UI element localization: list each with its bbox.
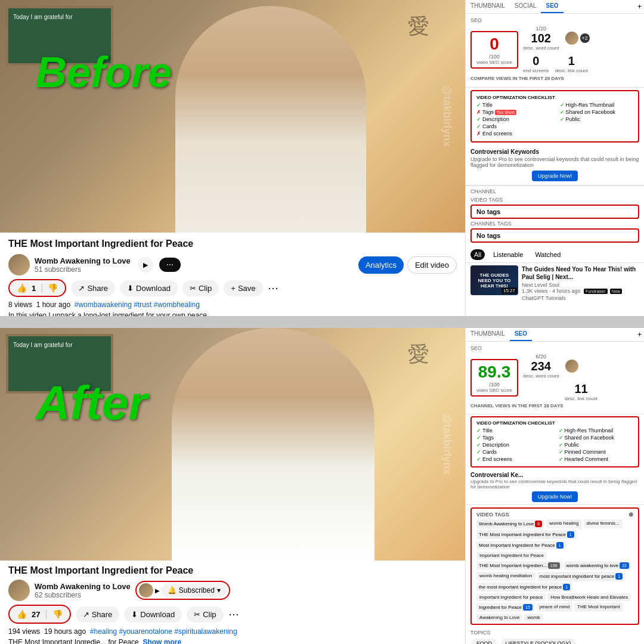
tag-the-most-imp2: THE Most Important (574, 603, 623, 612)
watermark-top: @takbirlynx (441, 86, 453, 147)
tab-seo[interactable]: SEO (541, 0, 563, 13)
stat-desc-words-bottom: 6/20 234 desc. word count (523, 354, 559, 379)
seo-score-suffix: /100 (476, 54, 512, 60)
tab-thumbnail[interactable]: THUMBNAIL (466, 0, 510, 13)
avatar-icon-bottom (139, 583, 153, 597)
thumbs-up-icon-bottom[interactable]: 👍 (17, 609, 27, 619)
video-tags-box-top: No tags (470, 205, 639, 219)
checklist-item-hires-b: ✓ High-Res Thumbnail (559, 428, 634, 434)
save-button-top[interactable]: + Save (224, 280, 262, 296)
seo-section-bottom: SEO 89.3 /100 video SEO score 6/20 234 d… (466, 342, 644, 414)
share-button-top[interactable]: ↗ Share (71, 280, 115, 296)
download-button-bottom[interactable]: ⬇ Download (124, 606, 182, 623)
after-text-overlay: After (36, 376, 147, 431)
subscribed-button-bottom[interactable]: 🔔 Subscribed ▾ (162, 583, 227, 597)
seo-score-number-bottom: 89.3 (476, 363, 512, 382)
tag-imp-ingr-peace2: important ingredient for peace (476, 593, 546, 601)
share-button-bottom[interactable]: ↗ Share (76, 606, 120, 623)
compare-label-top: COMPARE VIEWS IN THE FIRST 28 DAYS (470, 76, 639, 81)
seo-score-number-top: 0 (476, 35, 512, 54)
stat-desc-words-top: 1/20 102 desc. word count (523, 26, 559, 51)
show-more-bottom[interactable]: Show more (143, 638, 181, 644)
checklist-item-public-b: ✓ Public (559, 442, 634, 448)
like-group-top[interactable]: 👍 1 | 👎 (8, 279, 66, 297)
video-tags-label-top: VIDEO TAGS (470, 197, 639, 203)
action-bar-bottom: 👍 27 | 👎 ↗ Share ⬇ Download ✂ Clip ⋯ (8, 605, 457, 624)
rec-tab-all-top[interactable]: All (470, 249, 485, 260)
controversial-title-top: Controversial Keywords (470, 148, 639, 155)
thumbs-down-icon-bottom[interactable]: 👎 (52, 609, 63, 619)
video-tags-value-top: No tags (476, 208, 633, 215)
video-info-bottom: THE Most Important Ingredient for Peace … (0, 561, 465, 644)
checklist-col2-bottom: ✓ High-Res Thumbnail ✓ Shared on Faceboo… (559, 428, 634, 463)
thumbs-up-icon-top[interactable]: 👍 (17, 283, 27, 293)
divider-bottom: | (45, 609, 47, 620)
tag-womb-awakening: Womb Awakening to Love 8 (476, 519, 544, 528)
wall-art: 愛 (408, 12, 429, 41)
stat-end-screens-top: 0 end screens (523, 54, 549, 73)
tab-thumbnail-bottom[interactable]: THUMBNAIL (466, 328, 510, 341)
checklist-row-bottom: ✓ Title ✓ Tags ✓ Description ✓ Cards ✓ E… (476, 428, 633, 463)
tag-most-imp-peace: most important ingredient for peace 1 (537, 572, 626, 581)
clip-button-top[interactable]: ✂ Clip (182, 280, 219, 296)
panel-close-bottom[interactable]: + (635, 328, 644, 341)
rec-video-item-top[interactable]: THE GUIDES NEED YOU TO HEAR THIS! 15:27 … (466, 263, 644, 304)
panel-close-top[interactable]: + (635, 0, 644, 13)
checklist-item-title: ✓ Title (476, 102, 550, 108)
time-bottom: 19 hours ago (44, 627, 86, 636)
clip-icon-top: ✂ (190, 284, 196, 293)
rec-tab-watched-top[interactable]: Watched (531, 249, 564, 260)
checklist-item-cards: ✓ Cards (476, 123, 550, 129)
upgrade-button-top[interactable]: Upgrade Now! (532, 171, 578, 181)
checklist-title-bottom: VIDEO OPTIMIZATION CHECKLIST (476, 420, 633, 426)
action-bar-top: 👍 1 | 👎 ↗ Share ⬇ Download ✂ Clip (8, 279, 457, 297)
more-options-top[interactable]: ⋯ (268, 281, 278, 295)
rec-title-top: The Guides Need You To Hear This! with P… (522, 265, 639, 281)
channel-label-top: CHANNEL (470, 188, 639, 194)
checklist-item-title-b: ✓ Title (476, 428, 552, 434)
subscribers-bottom: 62 subscribers (35, 591, 131, 599)
topics-label: TOPICS (470, 630, 639, 636)
edit-button-top[interactable]: Edit video (407, 256, 457, 274)
analytics-button-top[interactable]: Analytics (358, 256, 404, 274)
expand-icon-tags[interactable]: ⊕ (628, 511, 633, 518)
tag-peace-mind: peace of mind (537, 603, 572, 612)
subscribe-button-top[interactable]: ⋯ (159, 258, 181, 272)
video-tags-header: VIDEO TAGS ⊕ (476, 511, 633, 518)
clip-button-bottom[interactable]: ✂ Clip (187, 606, 223, 623)
checklist-item-thumbnail: ✓ High-Res Thumbnail (560, 102, 634, 108)
rec-thumbnail-top: THE GUIDES NEED YOU TO HEAR THIS! 15:27 (470, 265, 518, 295)
right-panel-bottom: THUMBNAIL SEO + SEO 89.3 /100 video SEO … (465, 328, 644, 644)
channel-bar-top: Womb Awakening to Love 51 subscribers ▶ … (8, 254, 457, 275)
more-options-bottom[interactable]: ⋯ (228, 608, 239, 621)
right-panel-top: THUMBNAIL SOCIAL SEO + SEO 0 /100 video … (465, 0, 644, 316)
avatar-more-1: +2 (580, 33, 590, 43)
topic-food: Food (472, 639, 497, 644)
channel-icon-top[interactable]: ▶ (138, 257, 153, 273)
like-count-top: 1 (32, 284, 36, 293)
checklist-wrapper-top: VIDEO OPTIMIZATION CHECKLIST ✓ Title ✗ T… (466, 90, 644, 143)
share-icon-top: ↗ (78, 284, 85, 293)
seo-score-label-top: video SEO score (476, 60, 512, 65)
watermark-bottom: @takbirlynx (441, 414, 453, 475)
thumbs-down-icon-top[interactable]: 👎 (48, 283, 58, 293)
share-icon-bottom: ↗ (83, 610, 89, 619)
video-info-top: THE Most Important Ingredient for Peace … (0, 233, 465, 316)
video-title-bottom: THE Most Important Ingredient for Peace (8, 565, 457, 576)
checklist-item-pinned-b: ✓ Pinned Comment (559, 449, 634, 455)
seo-section-top: SEO 0 /100 video SEO score 1/20 102 desc… (466, 14, 644, 88)
upgrade-button-bottom[interactable]: Upgrade Now! (532, 491, 578, 502)
checklist-item-desc-b: ✓ Description (476, 442, 552, 448)
tab-seo-bottom[interactable]: SEO (510, 328, 532, 341)
tags-container-bottom: Womb Awakening to Love 8 womb healing di… (476, 519, 633, 621)
checklist-row-top: ✓ Title ✗ Tags Too Short ✓ Description ✓… (476, 102, 633, 138)
controversial-sub-bottom: Upgrade to Pro to see controversial keyw… (470, 479, 639, 490)
like-group-bottom[interactable]: 👍 27 | 👎 (8, 605, 71, 624)
rec-tab-listenable-top[interactable]: Listenable (490, 249, 527, 260)
checklist-item-description: ✓ Description (476, 116, 550, 122)
rec-duration-top: 15:27 (501, 287, 517, 294)
tab-social[interactable]: SOCIAL (510, 0, 541, 13)
channel-section-top: CHANNEL VIDEO TAGS No tags CHANNEL TAGS … (466, 185, 644, 247)
controversial-title-bottom: Controversial Ke... (470, 472, 639, 478)
download-button-top[interactable]: ⬇ Download (120, 280, 178, 296)
